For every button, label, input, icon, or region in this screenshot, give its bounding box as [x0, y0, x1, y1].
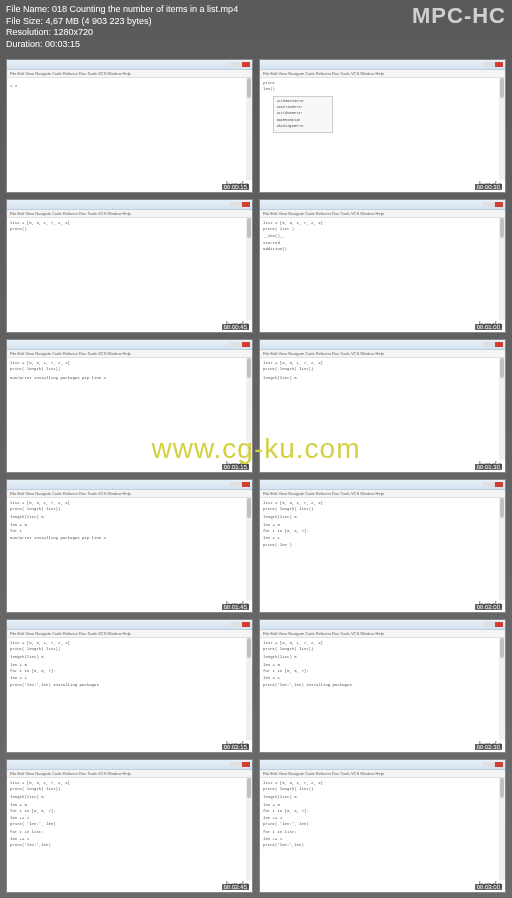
editor-content: list = [5, 3, 1, 7, 2, 4]print()	[7, 218, 252, 237]
code-line: length(list) 6	[10, 795, 249, 801]
timestamp-overlay: 00:00:30	[475, 184, 502, 190]
scrollbar	[499, 778, 505, 880]
scrollbar	[246, 78, 252, 180]
filesize-label: File Size:	[6, 16, 43, 26]
thumbnail[interactable]: File Edit View Navigate Code Refactor Ru…	[259, 619, 506, 753]
thumbnail[interactable]: File Edit View Navigate Code Refactor Ru…	[6, 619, 253, 753]
window-titlebar	[7, 760, 252, 770]
code-line: len()	[263, 87, 502, 93]
filename-label: File Name:	[6, 4, 50, 14]
code-line: len = 0	[263, 803, 502, 809]
code-line: len += 1	[10, 816, 249, 822]
code-line: list = [5, 3, 1, 7, 2, 4]	[263, 221, 502, 227]
code-line: len = 1	[10, 676, 249, 682]
code-line: Run/print Installing packages pip line 4	[10, 376, 249, 382]
scrollbar	[499, 498, 505, 600]
filesize-value: 4,67 MB (4 903 223 bytes)	[46, 16, 152, 26]
thumbnail[interactable]: File Edit View Navigate Code Refactor Ru…	[259, 199, 506, 333]
scrollbar	[246, 218, 252, 320]
code-line: print('len:',len) Installing packages	[263, 683, 502, 689]
thumbnail[interactable]: File Edit View Navigate Code Refactor Ru…	[6, 199, 253, 333]
editor-content: list = [5, 3, 1, 7, 2, 4]print( length( …	[260, 498, 505, 553]
code-line: len = 1	[263, 536, 502, 542]
code-line: length(list) 6	[263, 515, 502, 521]
thumbnail[interactable]: File Edit View Navigate Code Refactor Ru…	[259, 479, 506, 613]
scrollbar	[499, 78, 505, 180]
code-line: print( length( list))	[10, 507, 249, 513]
scrollbar	[246, 778, 252, 880]
code-line: print()	[10, 227, 249, 233]
thumbnail[interactable]: File Edit View Navigate Code Refactor Ru…	[6, 339, 253, 473]
code-line: print('len:',len)	[263, 843, 502, 849]
code-line: print( length( list))	[263, 507, 502, 513]
editor-content: print len() ArithmeticErrorAssertionErro…	[260, 78, 505, 138]
timestamp-overlay: 00:02:00	[475, 604, 502, 610]
editor-content: list = [5, 3, 1, 7, 2, 4]print( length( …	[260, 778, 505, 853]
window-titlebar	[260, 760, 505, 770]
window-titlebar	[7, 60, 252, 70]
code-line: len += 1	[263, 816, 502, 822]
file-info-header: File Name: 018 Counting the number of it…	[0, 0, 512, 55]
code-line: list = [5, 3, 1, 7, 2, 4]	[10, 781, 249, 787]
scrollbar	[499, 358, 505, 460]
thumbnail[interactable]: File Edit View Navigate Code Refactor Ru…	[259, 59, 506, 193]
window-titlebar	[260, 340, 505, 350]
code-line: for i in [0, 6, 7]:	[10, 809, 249, 815]
code-line: Run/print Installing packages pip line 4	[10, 536, 249, 542]
window-titlebar	[7, 480, 252, 490]
timestamp-overlay: 00:02:45	[222, 884, 249, 890]
code-line: for i in list:	[10, 830, 249, 836]
thumbnail[interactable]: File Edit View Navigate Code Refactor Ru…	[259, 759, 506, 893]
code-line: list = [5, 3, 1, 7, 2, 4]	[10, 641, 249, 647]
code-line: list = [5, 3, 1, 7, 2, 4]	[10, 221, 249, 227]
duration-label: Duration:	[6, 39, 43, 49]
timestamp-overlay: 00:01:00	[475, 324, 502, 330]
code-line: print( length( list))	[10, 787, 249, 793]
code-line: length(list) 6	[263, 795, 502, 801]
code-line: print	[263, 81, 502, 87]
code-line: for i in list:	[263, 830, 502, 836]
window-titlebar	[260, 60, 505, 70]
code-line: print('len:',len) Installing packages	[10, 683, 249, 689]
editor-toolbar: File Edit View Navigate Code Refactor Ru…	[7, 350, 252, 358]
timestamp-overlay: 00:01:15	[222, 464, 249, 470]
code-line: __len()__	[263, 234, 502, 240]
scrollbar	[499, 638, 505, 740]
code-line: print( length( list))	[10, 647, 249, 653]
code-line: print( len )	[263, 543, 502, 549]
editor-toolbar: File Edit View Navigate Code Refactor Ru…	[260, 350, 505, 358]
code-line: started	[263, 241, 502, 247]
code-line: print( 'len:', len)	[263, 822, 502, 828]
resolution-label: Resolution:	[6, 27, 51, 37]
code-line: for i	[10, 529, 249, 535]
code-line: print( length( list))	[10, 367, 249, 373]
scrollbar	[499, 218, 505, 320]
window-titlebar	[7, 620, 252, 630]
editor-content: list = [5, 3, 1, 7, 2, 4]print( length( …	[260, 358, 505, 386]
filename-value: 018 Counting the number of items in a li…	[52, 4, 238, 14]
editor-content: list = [5, 3, 1, 7, 2, 4]print( length( …	[7, 358, 252, 386]
editor-toolbar: File Edit View Navigate Code Refactor Ru…	[7, 490, 252, 498]
thumbnail[interactable]: File Edit View Navigate Code Refactor Ru…	[6, 59, 253, 193]
code-line: len = 0	[10, 663, 249, 669]
thumbnail[interactable]: File Edit View Navigate Code Refactor Ru…	[6, 759, 253, 893]
code-line: print( list )	[263, 227, 502, 233]
code-line: length(list) 6	[263, 376, 502, 382]
editor-toolbar: File Edit View Navigate Code Refactor Ru…	[7, 630, 252, 638]
code-line: list = [5, 3, 1, 7, 2, 4]	[10, 501, 249, 507]
code-line: len = 0	[263, 523, 502, 529]
editor-toolbar: File Edit View Navigate Code Refactor Ru…	[260, 490, 505, 498]
editor-content: list = [5, 3, 1, 7, 2, 4]print( length( …	[7, 778, 252, 853]
code-line: length(list) 6	[263, 655, 502, 661]
code-line: print( length( list))	[263, 787, 502, 793]
scrollbar	[246, 638, 252, 740]
window-titlebar	[260, 200, 505, 210]
autocomplete-dropdown: ArithmeticErrorAssertionErrorAttributeEr…	[273, 96, 333, 133]
timestamp-overlay: 00:00:45	[222, 324, 249, 330]
thumbnail[interactable]: File Edit View Navigate Code Refactor Ru…	[259, 339, 506, 473]
scrollbar	[246, 358, 252, 460]
editor-toolbar: File Edit View Navigate Code Refactor Ru…	[260, 210, 505, 218]
code-line: list = [5, 3, 1, 7, 2, 4]	[263, 641, 502, 647]
code-line: length(list) 6	[10, 515, 249, 521]
thumbnail[interactable]: File Edit View Navigate Code Refactor Ru…	[6, 479, 253, 613]
